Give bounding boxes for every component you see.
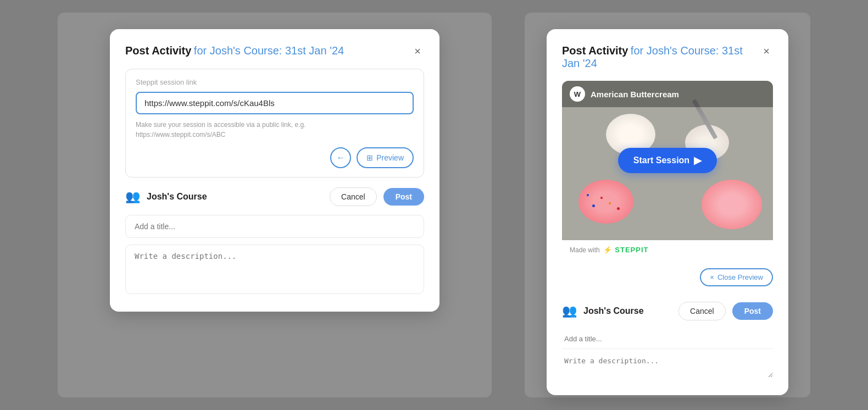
sprinkle-4: [587, 194, 589, 196]
right-title-bold: Post Activity: [562, 45, 628, 57]
left-course-name: Josh's Course: [147, 192, 323, 202]
left-course-row: 👥 Josh's Course Cancel Post: [125, 187, 424, 206]
session-link-input[interactable]: [136, 92, 414, 114]
people-icon: 👥: [125, 190, 140, 204]
right-people-icon: 👥: [562, 304, 577, 318]
preview-header-bar: W American Buttercream: [562, 81, 773, 107]
cupcake-frosting-2: [702, 180, 762, 229]
start-session-button[interactable]: Start Session ▶: [618, 148, 717, 173]
preview-card: W American Buttercream Start Session ▶ M…: [562, 81, 773, 259]
left-close-button[interactable]: ×: [411, 45, 424, 58]
sprinkle-5: [617, 207, 620, 210]
link-actions: ← ⊞ Preview: [136, 147, 414, 168]
preview-icon: ⊞: [366, 153, 373, 162]
right-post-button[interactable]: Post: [732, 302, 773, 320]
preview-image-area: W American Buttercream Start Session ▶: [562, 81, 773, 240]
left-title-input[interactable]: [125, 215, 424, 238]
left-cancel-button[interactable]: Cancel: [330, 187, 377, 206]
right-background-panel: Post Activity for Josh's Course: 31st Ja…: [525, 13, 810, 397]
right-modal-title: Post Activity for Josh's Course: 31st Ja…: [562, 45, 760, 70]
left-modal: Post Activity for Josh's Course: 31st Ja…: [110, 29, 439, 312]
left-background-panel: Post Activity for Josh's Course: 31st Ja…: [58, 13, 492, 397]
right-description-input[interactable]: [562, 352, 773, 378]
link-section-label: Steppit session link: [136, 78, 414, 86]
preview-avatar: W: [570, 86, 585, 102]
left-title-sub: for Josh's Course: 31st Jan '24: [194, 45, 344, 57]
cupcake-frosting-1: [578, 180, 633, 224]
right-course-row: 👥 Josh's Course Cancel Post: [562, 302, 773, 320]
left-description-input[interactable]: [125, 245, 424, 294]
preview-footer: Made with ⚡ STEPPIT: [562, 240, 773, 259]
right-cancel-button[interactable]: Cancel: [678, 302, 726, 320]
close-preview-area: × Close Preview: [562, 268, 773, 294]
sprinkle-2: [600, 197, 603, 199]
link-hint: Make sure your session is accessible via…: [136, 120, 414, 140]
left-title-bold: Post Activity: [125, 45, 191, 57]
left-modal-title: Post Activity for Josh's Course: 31st Ja…: [125, 45, 344, 57]
left-post-button[interactable]: Post: [383, 188, 424, 206]
play-icon: ▶: [694, 154, 702, 167]
right-modal-header: Post Activity for Josh's Course: 31st Ja…: [562, 45, 773, 70]
preview-session-title: American Buttercream: [591, 90, 679, 99]
back-button[interactable]: ←: [330, 147, 351, 168]
sprinkle-1: [592, 204, 595, 207]
right-title-input[interactable]: [562, 329, 773, 349]
preview-button[interactable]: ⊞ Preview: [357, 147, 414, 168]
right-close-button[interactable]: ×: [760, 45, 773, 58]
steppit-logo: ⚡ STEPPIT: [603, 246, 649, 254]
right-modal: Post Activity for Josh's Course: 31st Ja…: [547, 29, 788, 395]
link-section: Steppit session link Make sure your sess…: [125, 69, 424, 178]
right-course-name: Josh's Course: [583, 306, 672, 316]
left-modal-header: Post Activity for Josh's Course: 31st Ja…: [125, 45, 424, 58]
sprinkle-3: [609, 202, 611, 204]
close-preview-button[interactable]: × Close Preview: [700, 268, 773, 286]
